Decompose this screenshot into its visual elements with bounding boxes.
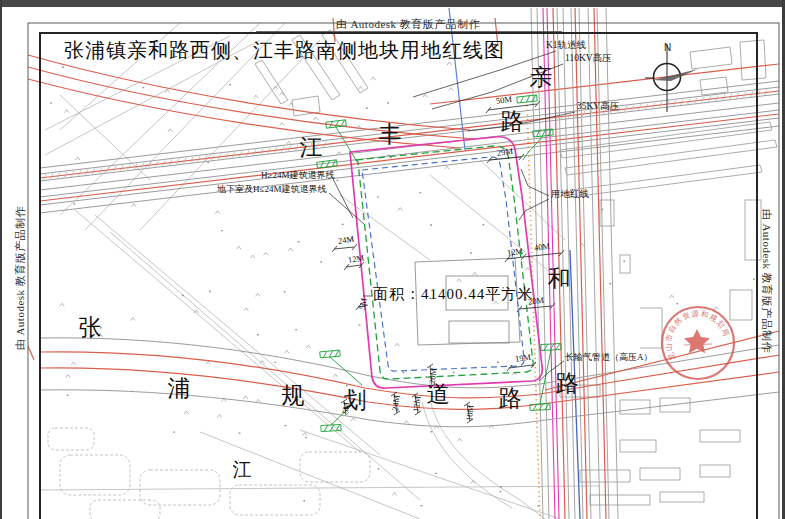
setback-line-blue <box>362 157 524 371</box>
dim-east-20: 20M <box>527 296 544 307</box>
road-qinhe-char-2: 和 <box>548 267 571 290</box>
dim-south-10: 10M <box>465 405 475 422</box>
dim-east-40: 40M <box>533 242 550 253</box>
callout-setback-tall: H≥24M建筑退界线 <box>261 171 334 180</box>
dim-south-12: 12M <box>412 396 422 413</box>
callout-gas-pipeline: 长输气管道（高压A） <box>565 353 653 362</box>
dim-south-24: 24M <box>391 395 401 412</box>
dim-jf-width: 50M <box>496 95 513 105</box>
road-qinhe-char-3: 路 <box>556 372 579 395</box>
road-planned-char-2: 浦 <box>168 377 191 400</box>
autodesk-watermark-top: 由 Autodesk 教育版产品制作 <box>308 19 508 30</box>
road-jiangfeng-char-3: 路 <box>501 110 524 133</box>
dim-west-5: 5M <box>358 297 368 310</box>
callout-land-red-line: 用地红线 <box>551 190 589 200</box>
callout-k1-rail: K1轨道线 <box>546 41 586 51</box>
road-planned-char-3: 规 <box>282 384 305 407</box>
drawing-frames <box>28 23 779 519</box>
road-jiangfeng-char-1: 江 <box>300 136 323 159</box>
residential-bottom-left <box>48 428 370 519</box>
dim-south-5: 5M <box>341 402 351 415</box>
cad-drawing-viewport: 昆山市自然资源和规划局 由 Autodesk 教育版产品制作 由 Autodes… <box>0 0 785 519</box>
dim-east-19: 19M <box>514 353 531 364</box>
dim-jct-29: 29M <box>497 147 514 157</box>
river-label: 江 <box>233 460 252 479</box>
callout-35kv: 35KV高压 <box>577 102 619 112</box>
road-jiangfeng-char-2: 丰 <box>379 123 402 146</box>
road-qinhe-char-1: 亲 <box>530 66 553 89</box>
callout-110kv: 110KV高压 <box>565 54 612 64</box>
area-label: 面积：41400.44平方米 <box>373 287 533 302</box>
autodesk-watermark-right: 由 Autodesk 教育版产品制作 <box>761 209 772 354</box>
road-planned-char-5: 道 <box>427 383 450 406</box>
drawing-title: 张浦镇亲和路西侧、江丰路南侧地块用地红线图 <box>64 40 505 60</box>
road-planned-char-6: 路 <box>499 387 522 410</box>
callout-setback-basement: 地下室及H≤24M建筑退界线 <box>217 185 326 194</box>
north-label: N <box>664 43 671 53</box>
window-top-bar <box>0 0 785 7</box>
dim-east-12: 12M <box>506 247 523 258</box>
dim-south-20: 20M <box>428 368 438 385</box>
window-left-edge <box>0 0 2 519</box>
map-linework: 昆山市自然资源和规划局 <box>0 0 785 519</box>
road-planned-char-1: 张 <box>79 316 102 339</box>
autodesk-watermark-left: 由 Autodesk 教育版产品制作 <box>15 206 26 351</box>
